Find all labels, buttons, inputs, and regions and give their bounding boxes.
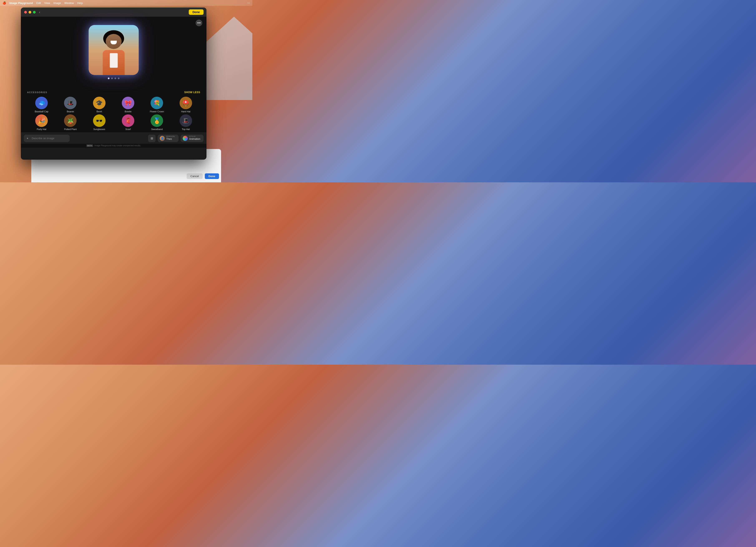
person-pill-name: Theo — [166, 138, 175, 141]
potted-plant-label: Potted Plant — [64, 128, 77, 131]
hard-hat-label: Hard Hat — [181, 110, 190, 113]
accessory-party-hat[interactable]: 🎉 Party Hat — [27, 114, 56, 131]
flower-crown-icon: 💐 — [151, 97, 163, 109]
accessory-scarf[interactable]: 🧣 Scarf — [114, 114, 142, 131]
close-button[interactable] — [24, 11, 27, 14]
beret-icon: 🎓 — [93, 97, 106, 109]
accessory-bowtie[interactable]: 🎀 Bowtie — [114, 97, 142, 113]
carousel-dot-3[interactable] — [114, 78, 116, 79]
accessory-beret[interactable]: 🎓 Beret — [85, 97, 114, 113]
accessories-grid: 🧢 Baseball Cap 🎩 Beanie 🎓 Beret 🎀 Bowtie… — [27, 97, 200, 131]
menubar-view[interactable]: View — [44, 1, 50, 5]
generated-image-inner — [89, 25, 139, 75]
minimize-button[interactable] — [29, 11, 31, 14]
carousel-dot-2[interactable] — [111, 78, 113, 79]
playground-window: ‹ Done ••• — [21, 8, 206, 160]
image-display-area: ••• — [21, 17, 206, 88]
options-button[interactable]: ••• — [196, 20, 202, 26]
accessory-baseball-cap[interactable]: 🧢 Baseball Cap — [27, 97, 56, 113]
style-pill-name: Animation — [189, 138, 200, 141]
person-pill-label: PERSON — [166, 136, 175, 138]
beta-notice: BETA Image Playground may create unexpec… — [21, 144, 206, 148]
person-pill[interactable]: 👤 PERSON Theo — [158, 135, 179, 142]
dialog-buttons: Cancel Done — [187, 173, 219, 179]
style-pill-label: STYLE — [189, 136, 200, 138]
menubar-app-name[interactable]: Image Playground — [9, 1, 33, 5]
accessory-beanie[interactable]: 🎩 Beanie — [56, 97, 85, 113]
party-hat-label: Party Hat — [37, 128, 46, 131]
menubar: 🍎 Image Playground Edit View Image Windo… — [0, 0, 252, 6]
beret-label: Beret — [97, 110, 102, 113]
window-done-button[interactable]: Done — [189, 9, 204, 15]
bottom-toolbar: ✦ ⊞ 👤 PERSON Theo STYLE Animation — [21, 133, 206, 144]
menubar-status: — — [247, 1, 250, 4]
hard-hat-icon: ⛑️ — [180, 97, 192, 109]
accessory-flower-crown[interactable]: 💐 Flower Crown — [142, 97, 171, 113]
beta-notice-text: Image Playground may create unexpected r… — [94, 144, 141, 147]
flower-crown-label: Flower Crown — [150, 110, 164, 113]
baseball-cap-label: Baseball Cap — [35, 110, 48, 113]
style-pill[interactable]: STYLE Animation — [181, 135, 204, 142]
accessory-potted-plant[interactable]: 🪴 Potted Plant — [56, 114, 85, 131]
background-decoration — [206, 17, 252, 100]
party-hat-icon: 🎉 — [35, 114, 48, 127]
sweatband-label: Sweatband — [151, 128, 163, 131]
show-less-button[interactable]: SHOW LESS — [184, 91, 200, 94]
potted-plant-icon: 🪴 — [64, 114, 77, 127]
beanie-label: Beanie — [67, 110, 74, 113]
sweatband-icon: 🏅 — [151, 114, 163, 127]
top-hat-icon: 🎩 — [180, 114, 192, 127]
cancel-button[interactable]: Cancel — [187, 173, 203, 179]
maximize-button[interactable] — [33, 11, 36, 14]
person-illustration — [93, 29, 135, 75]
accessories-title: ACCESSORIES — [27, 91, 47, 94]
menubar-window[interactable]: Window — [64, 1, 74, 5]
carousel-dot-1[interactable] — [108, 78, 109, 79]
generated-image — [89, 25, 139, 75]
menubar-edit[interactable]: Edit — [36, 1, 41, 5]
window-titlebar: ‹ Done — [21, 8, 206, 17]
image-upload-icon: ⊞ — [151, 137, 153, 140]
avatar: 👤 — [160, 136, 165, 141]
carousel-dots — [108, 78, 120, 79]
style-circle-icon — [183, 136, 188, 141]
search-input[interactable] — [24, 135, 70, 142]
sunglasses-icon: 🕶️ — [93, 114, 106, 127]
dialog-done-button[interactable]: Done — [205, 173, 219, 179]
menubar-image[interactable]: Image — [53, 1, 61, 5]
accessory-sweatband[interactable]: 🏅 Sweatband — [142, 114, 171, 131]
carousel-dot-4[interactable] — [118, 78, 120, 79]
bowtie-label: Bowtie — [125, 110, 132, 113]
beta-badge: BETA — [86, 144, 93, 147]
accessories-section: ACCESSORIES SHOW LESS 🧢 Baseball Cap 🎩 B… — [21, 88, 206, 133]
scarf-icon: 🧣 — [122, 114, 134, 127]
image-upload-button[interactable]: ⊞ — [148, 135, 156, 142]
menubar-help[interactable]: Help — [77, 1, 83, 5]
search-wrapper: ✦ — [24, 135, 146, 142]
scarf-label: Scarf — [125, 128, 131, 131]
accessory-sunglasses[interactable]: 🕶️ Sunglasses — [85, 114, 114, 131]
accessory-hard-hat[interactable]: ⛑️ Hard Hat — [171, 97, 200, 113]
back-button[interactable]: ‹ — [39, 10, 40, 14]
traffic-lights — [24, 11, 36, 14]
apple-menu[interactable]: 🍎 — [3, 1, 6, 5]
sunglasses-label: Sunglasses — [93, 128, 105, 131]
beanie-icon: 🎩 — [64, 97, 77, 109]
accessory-top-hat[interactable]: 🎩 Top Hat — [171, 114, 200, 131]
baseball-cap-icon: 🧢 — [35, 97, 48, 109]
top-hat-label: Top Hat — [182, 128, 190, 131]
accessories-header: ACCESSORIES SHOW LESS — [27, 91, 200, 94]
bowtie-icon: 🎀 — [122, 97, 134, 109]
